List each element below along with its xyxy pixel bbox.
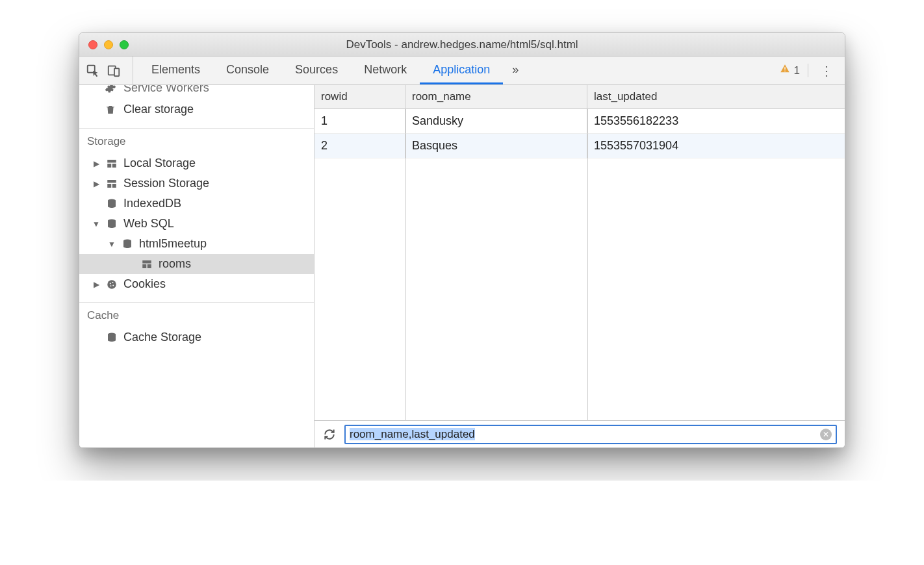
sidebar-storage-tree: ▶ Local Storage ▶ Session Storage [79, 153, 314, 294]
inspect-element-icon[interactable] [86, 64, 100, 78]
database-icon [105, 331, 118, 344]
caret-down-icon: ▼ [108, 240, 116, 249]
tab-application[interactable]: Application [420, 56, 503, 84]
more-menu-icon[interactable]: ⋮ [815, 63, 838, 79]
data-grid: rowid room_name last_updated 1 Sandusky … [314, 85, 845, 420]
gear-icon [104, 85, 117, 95]
titlebar: DevTools - andrew.hedges.name/html5/sql.… [79, 33, 845, 56]
tree-item-label: Local Storage [123, 157, 196, 170]
tree-item-label: Cookies [123, 277, 166, 291]
tabstrip-right: 1 ⋮ [780, 56, 838, 84]
svg-rect-2 [114, 68, 119, 76]
svg-point-20 [112, 284, 114, 286]
refresh-icon[interactable] [322, 427, 337, 442]
sidebar-cache-tree: Cache Storage [79, 327, 314, 347]
database-icon [105, 197, 118, 210]
data-grid-header: rowid room_name last_updated [314, 85, 845, 109]
caret-right-icon: ▶ [92, 159, 100, 168]
tree-item-database[interactable]: ▼ html5meetup [79, 234, 314, 254]
sidebar-item-label: Service Workers [123, 85, 209, 95]
svg-rect-10 [112, 184, 116, 188]
svg-rect-15 [142, 264, 146, 268]
window-title: DevTools - andrew.hedges.name/html5/sql.… [79, 38, 845, 51]
tab-sources[interactable]: Sources [282, 56, 351, 84]
sidebar-section-storage-header: Storage [79, 128, 314, 153]
cell-last-updated: 1553556182233 [587, 109, 845, 134]
svg-rect-5 [107, 160, 116, 163]
trash-icon [104, 103, 117, 116]
close-window-button[interactable] [88, 40, 97, 49]
table-icon [140, 258, 153, 271]
sidebar-item-label: Clear storage [123, 103, 194, 116]
devtools-body: Service Workers Clear storage Storage ▶ … [79, 85, 845, 447]
database-icon [121, 238, 134, 251]
devtools-tabs: Elements Console Sources Network Applica… [138, 56, 528, 84]
svg-rect-16 [148, 264, 151, 268]
tab-elements[interactable]: Elements [138, 56, 213, 84]
tree-item-label: rooms [159, 257, 191, 271]
application-sidebar: Service Workers Clear storage Storage ▶ … [79, 85, 314, 447]
devtools-tabstrip: Elements Console Sources Network Applica… [79, 56, 845, 85]
minimize-window-button[interactable] [104, 40, 113, 49]
tree-item-cache-storage[interactable]: Cache Storage [79, 327, 314, 347]
tree-item-table-rooms[interactable]: rooms [79, 254, 314, 274]
tree-item-local-storage[interactable]: ▶ Local Storage [79, 153, 314, 173]
svg-rect-9 [107, 184, 111, 188]
sql-console-bar: room_name,last_updated ✕ [314, 420, 845, 447]
websql-table-view: rowid room_name last_updated 1 Sandusky … [314, 85, 845, 447]
tree-item-label: html5meetup [139, 237, 207, 251]
cookie-icon [105, 278, 118, 291]
svg-point-18 [110, 282, 111, 284]
svg-rect-3 [784, 67, 785, 69]
warnings-count: 1 [794, 64, 800, 77]
svg-rect-4 [784, 71, 785, 71]
tab-console[interactable]: Console [213, 56, 282, 84]
cell-last-updated: 1553557031904 [587, 134, 845, 158]
caret-down-icon: ▼ [92, 220, 100, 229]
column-header-last-updated[interactable]: last_updated [587, 85, 845, 108]
cell-room-name: Basques [405, 134, 587, 158]
tree-item-indexeddb[interactable]: IndexedDB [79, 194, 314, 214]
table-icon [105, 177, 118, 190]
caret-right-icon: ▶ [92, 179, 100, 188]
tree-item-session-storage[interactable]: ▶ Session Storage [79, 173, 314, 194]
tree-item-label: Session Storage [123, 177, 209, 190]
tree-item-web-sql[interactable]: ▼ Web SQL [79, 214, 314, 234]
sidebar-section-cache-header: Cache [79, 302, 314, 327]
database-icon [105, 218, 118, 231]
svg-point-19 [112, 282, 114, 283]
sidebar-item-clear-storage[interactable]: Clear storage [79, 99, 314, 120]
svg-point-21 [110, 285, 112, 286]
sidebar-section-app: Service Workers Clear storage [79, 85, 314, 120]
clear-input-icon[interactable]: ✕ [820, 429, 832, 440]
sql-input[interactable]: room_name,last_updated ✕ [344, 425, 837, 444]
column-header-rowid[interactable]: rowid [314, 85, 405, 108]
tab-overflow[interactable]: » [503, 56, 528, 84]
cell-room-name: Sandusky [405, 109, 587, 134]
svg-rect-8 [107, 180, 116, 183]
svg-point-17 [107, 280, 116, 289]
warnings-badge[interactable]: 1 [780, 64, 808, 77]
sql-input-text: room_name,last_updated [350, 428, 820, 441]
table-row[interactable]: 2 Basques 1553557031904 [314, 134, 845, 158]
cell-rowid: 2 [314, 134, 405, 158]
zoom-window-button[interactable] [120, 40, 129, 49]
tabstrip-tools [86, 56, 133, 84]
tree-item-label: Cache Storage [123, 331, 201, 344]
window-controls [79, 40, 129, 49]
table-row[interactable]: 1 Sandusky 1553556182233 [314, 109, 845, 134]
svg-rect-7 [112, 164, 116, 168]
caret-right-icon: ▶ [92, 280, 100, 289]
cell-rowid: 1 [314, 109, 405, 134]
table-icon [105, 157, 118, 170]
devtools-window: DevTools - andrew.hedges.name/html5/sql.… [79, 32, 845, 448]
warning-icon [780, 64, 790, 77]
tree-item-cookies[interactable]: ▶ Cookies [79, 274, 314, 294]
column-header-room-name[interactable]: room_name [405, 85, 587, 108]
tab-network[interactable]: Network [351, 56, 420, 84]
sidebar-item-service-workers[interactable]: Service Workers [79, 85, 314, 99]
svg-rect-6 [107, 164, 111, 168]
data-grid-body[interactable]: 1 Sandusky 1553556182233 2 Basques 15535… [314, 109, 845, 420]
device-toolbar-icon[interactable] [107, 64, 121, 78]
tree-item-label: IndexedDB [123, 197, 181, 210]
